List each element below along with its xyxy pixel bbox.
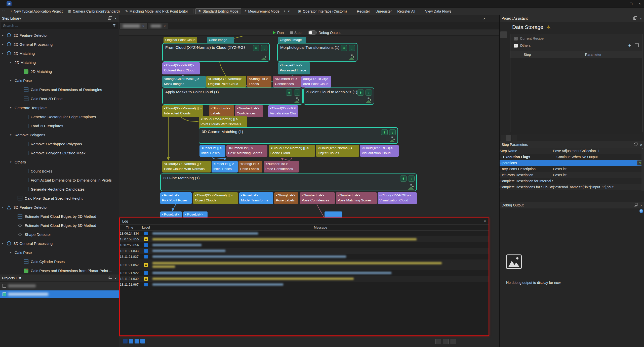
port-label[interactable]: <PoseList [] > Initial Poses: [212, 161, 238, 172]
node-collapse-button[interactable]: ↡: [253, 45, 259, 51]
log-filter-error[interactable]: [140, 339, 145, 343]
log-row[interactable]: 18:11:21.939 W: [120, 276, 489, 282]
tree-expander-icon[interactable]: ▾: [2, 52, 7, 55]
data-storage-icon[interactable]: [500, 31, 507, 38]
log-row[interactable]: 18:06:24.834 i: [120, 231, 489, 236]
node-collapse-button[interactable]: ↡: [400, 176, 407, 182]
log-filter-warning[interactable]: [135, 339, 139, 343]
standard-editing-mode-button[interactable]: ⚑ Standard Editing Mode: [195, 8, 241, 14]
step-library-item[interactable]: ▸ 2D General Processing: [0, 40, 119, 49]
port-label[interactable]: <StringList-> Pose Labels: [274, 192, 298, 204]
port-label[interactable]: <StringList-> Pose Labels: [238, 161, 262, 172]
add-mode-button[interactable]: +: [282, 8, 287, 14]
menu-item[interactable]: [53, 0, 60, 8]
float-panel-icon[interactable]: [108, 17, 111, 20]
parameter-row[interactable]: ▸ Exit Ports Description PoseList; ✎: [500, 172, 644, 178]
tree-expander-icon[interactable]: ▾: [10, 79, 15, 82]
node-run-step-button[interactable]: ↓: [366, 90, 372, 96]
port-label[interactable]: <Cloud(XYZ-Normal) [] > Object Clouds: [193, 192, 238, 204]
menu-item[interactable]: [27, 0, 34, 8]
node-collapse-button[interactable]: ↡: [381, 129, 388, 135]
port-label[interactable]: <Cloud(XYZ-Normal) [] > Point Clouds Wit…: [199, 116, 247, 128]
menu-item[interactable]: [14, 0, 21, 8]
port-label[interactable]: <Cloud(XYZ-Normal)> Original Point Cloud: [206, 76, 246, 88]
log-row[interactable]: 18:11:21.837 i: [120, 254, 489, 259]
close-panel-icon[interactable]: ×: [640, 17, 642, 20]
port-label[interactable]: <Image/Color> Processed Image: [278, 62, 310, 74]
port-label[interactable]: <PoseList [] > Initial Poses: [199, 145, 225, 157]
log-filter-info[interactable]: [129, 339, 133, 343]
filter-funnel-icon[interactable]: [112, 24, 116, 27]
register-all-button[interactable]: Register All: [394, 8, 418, 14]
port-label[interactable]: <Cloud(XYZ-Normal) [] -> Scene Cloud: [269, 145, 315, 157]
matching-model-editor-button[interactable]: ✎ Matching Model and Pick Point Editor: [123, 8, 191, 14]
tab-step-quick-info[interactable]: [512, 135, 517, 141]
close-panel-icon[interactable]: ×: [640, 143, 642, 147]
graph-node[interactable]: Apply Masks to Point Cloud (1) ↡ ↓ ◉: [162, 88, 303, 105]
float-panel-icon[interactable]: [108, 277, 111, 279]
log-col-level[interactable]: Level: [139, 226, 152, 229]
toggle-switch[interactable]: [308, 30, 317, 35]
parameter-value[interactable]: PoseList;: [553, 167, 644, 171]
add-icon[interactable]: +: [628, 43, 631, 48]
port-label[interactable]: <Cloud(XYZ-Normal)-> Object Clouds: [316, 145, 359, 157]
editor-tab-page1-redacted[interactable]: ×: [148, 23, 169, 29]
port-label[interactable]: Original Image: [278, 37, 306, 44]
node-collapse-button[interactable]: ↡: [286, 90, 292, 96]
log-row[interactable]: 18:11:21.852 W: [120, 259, 489, 270]
step-library-item[interactable]: From Actual Dimensions to Dimensions in …: [0, 176, 119, 185]
step-library-item[interactable]: ▾ Calc Pose: [0, 76, 119, 85]
step-library-item[interactable]: Calc Poses and Dimensions of Rectangles: [0, 85, 119, 94]
measurement-mode-button[interactable]: ↗ Measurement Mode: [241, 8, 282, 14]
port-label[interactable]: <Cloud(XYZ-RGB)-> Visualization Cloud: [360, 145, 399, 157]
run-button[interactable]: Run: [273, 31, 284, 35]
others-checkbox[interactable]: ✓: [514, 44, 518, 48]
menu-item[interactable]: [66, 0, 73, 8]
parameter-row[interactable]: ▸ Operations ✎: [500, 160, 644, 166]
port-label[interactable]: <Image/Color/Mask [] > Mask Images: [162, 76, 206, 88]
port-label[interactable]: [325, 211, 342, 218]
step-library-item[interactable]: Load 2D Templates: [0, 121, 119, 130]
log-clear-button[interactable]: [435, 339, 441, 344]
parameter-value[interactable]: PoseList;: [553, 173, 644, 177]
parameter-row[interactable]: ▸ Entry Ports Description PoseList; ✎: [500, 166, 644, 172]
row-expander-icon[interactable]: ▸: [500, 155, 503, 158]
tree-expander-icon[interactable]: ▾: [2, 206, 7, 209]
toolbar-separator[interactable]: [193, 9, 193, 14]
port-label[interactable]: Color Image: [207, 37, 234, 44]
port-label[interactable]: oud(XYZ-RGB)> ored Point Cloud: [301, 76, 331, 88]
log-col-message[interactable]: Message: [152, 226, 489, 229]
step-library-item[interactable]: 2D Matching: [0, 67, 119, 76]
node-run-step-button[interactable]: ↓: [261, 45, 267, 51]
col-step[interactable]: Step: [510, 53, 544, 57]
node-run-step-button[interactable]: ↓: [408, 176, 415, 182]
step-library-item[interactable]: ▾ Remove Polygons: [0, 130, 119, 139]
parameter-value[interactable]: Pose Adjustment Collection_1: [553, 149, 644, 153]
parameter-row[interactable]: ▸ Step Name Pose Adjustment Collection_1…: [500, 148, 644, 154]
parameter-value[interactable]: {"external_names":{"in":["Input_1"],"out…: [553, 185, 644, 189]
port-label[interactable]: <Cloud(XYZ-RGB)> Visualization Cloud: [268, 105, 298, 117]
view-data-flows-button[interactable]: View Data Flows: [422, 8, 454, 14]
parameters-scrollbar[interactable]: [641, 148, 644, 191]
float-panel-icon[interactable]: [634, 143, 636, 146]
step-library-item[interactable]: ▾ 3D Feature Detector: [0, 203, 119, 212]
step-library-item[interactable]: Shape Detector: [0, 230, 119, 239]
node-collapse-button[interactable]: ↡: [341, 45, 347, 51]
node-run-step-button[interactable]: ↓: [349, 45, 355, 51]
node-visualization-eye-icon[interactable]: ◉: [410, 183, 412, 186]
step-library-item[interactable]: ▾ Others: [0, 157, 119, 166]
log-row[interactable]: 18:11:21.922 i: [120, 270, 489, 276]
port-label[interactable]: <NumberList-> Pose Matching Scores: [336, 192, 377, 204]
project-item-selected[interactable]: [0, 290, 119, 298]
port-label[interactable]: <Cloud(XYZ-RGB)> Colored Point Cloud: [162, 62, 200, 74]
graph-node[interactable]: d Point Cloud to Mech-Viz (1) ↡ ↓ ◉: [303, 88, 374, 105]
log-row[interactable]: 18:11:21.833 i: [120, 248, 489, 254]
graph-node[interactable]: 3D Coarse Matching (1) ↡ ↓ ◉: [199, 127, 398, 144]
log-row[interactable]: 18:07:58.856 i: [120, 242, 489, 248]
stop-button[interactable]: Stop: [290, 31, 302, 35]
port-label[interactable]: <Cloud(XYZ-Normal) [] > Point Clouds Wit…: [162, 161, 211, 172]
menu-item[interactable]: [47, 0, 53, 8]
menu-item[interactable]: [40, 0, 47, 8]
port-label[interactable]: <NumberList-> Pose Confidences: [264, 161, 299, 172]
strip-close-icon[interactable]: ×: [483, 16, 486, 21]
